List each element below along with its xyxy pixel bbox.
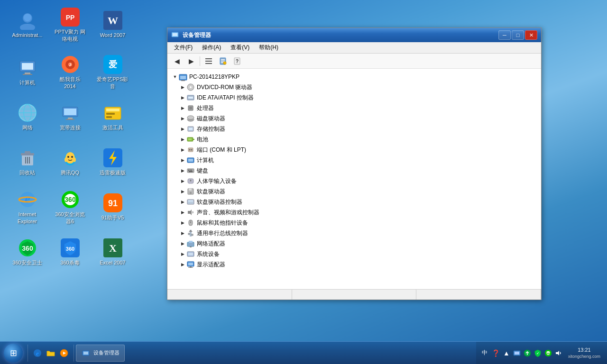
floppy-ctrl-expander[interactable]: ▶	[179, 198, 186, 206]
window-titlebar[interactable]: 设备管理器 ─ □ ✕	[167, 28, 541, 42]
tree-item-pc[interactable]: ▶ 计算机	[169, 155, 539, 165]
tree-item-floppy[interactable]: ▶ 软盘驱动器	[169, 186, 539, 197]
tray-network[interactable]	[512, 348, 522, 358]
desktop-icon-pptv[interactable]: PP PPTV聚力 网络电视	[52, 5, 88, 45]
tree-item-ports[interactable]: ▶ 端口 (COM 和 LPT)	[169, 145, 539, 155]
quick-folder[interactable]	[45, 347, 56, 359]
pc-expander[interactable]: ▶	[179, 156, 186, 164]
maximize-button[interactable]: □	[512, 30, 524, 40]
tree-item-battery[interactable]: ▶ 电池	[169, 134, 539, 145]
tree-item-network[interactable]: ▶ 网络适配器	[169, 238, 539, 249]
mouse-expander[interactable]: ▶	[179, 219, 186, 227]
desktop-icon-thunder[interactable]: 迅雷极速版	[95, 142, 130, 182]
tree-item-disk[interactable]: ▶ 磁盘驱动器	[169, 113, 539, 124]
toolbar-properties[interactable]: !	[216, 55, 230, 67]
tray-clock[interactable]: 13:21 xitongcheng.com	[565, 346, 603, 360]
menu-help[interactable]: 帮助(H)	[254, 43, 283, 53]
tray-360[interactable]: 360	[543, 348, 553, 358]
system-expander[interactable]: ▶	[179, 250, 186, 258]
desktop-icon-activate[interactable]: 激活工具	[95, 97, 130, 137]
display-expander[interactable]: ▶	[179, 261, 186, 268]
tray-shield[interactable]: ✓	[533, 348, 543, 358]
tree-item-floppy-ctrl[interactable]: ▶ 软盘驱动器控制器	[169, 197, 539, 207]
desktop-icon-network[interactable]: 网络	[9, 97, 45, 137]
start-button[interactable]	[0, 342, 27, 364]
tray-question[interactable]: ❓	[491, 348, 501, 358]
battery-icon	[186, 135, 195, 144]
desktop-icon-360browser[interactable]: 360 360安全浏览器6	[52, 187, 88, 228]
recycle-label: 回收站	[19, 169, 35, 176]
desktop-icon-360kill[interactable]: 360 360杀毒	[52, 232, 88, 273]
tray-up-arrow[interactable]: ▲	[502, 348, 511, 358]
minimize-button[interactable]: ─	[498, 30, 511, 40]
menu-file[interactable]: 文件(F)	[169, 43, 197, 53]
tree-root[interactable]: ▼ PC-20141218YPKP	[169, 72, 539, 82]
toolbar-forward[interactable]: ▶	[184, 55, 198, 67]
ports-expander[interactable]: ▶	[179, 146, 186, 154]
close-button[interactable]: ✕	[525, 30, 537, 40]
svg-marker-138	[556, 351, 559, 355]
tree-item-audio[interactable]: ▶ 声音、视频和游戏控制器	[169, 207, 539, 218]
desktop-icon-computer[interactable]: 计算机	[9, 52, 45, 92]
tree-item-system[interactable]: ▶ 系统设备	[169, 249, 539, 259]
dvd-expander[interactable]: ▶	[179, 83, 186, 91]
desktop-icon-excel[interactable]: X Excel 2007	[95, 232, 130, 273]
tray-update[interactable]	[523, 348, 532, 358]
qq-icon	[61, 148, 80, 167]
usb-expander[interactable]: ▶	[179, 229, 186, 237]
cpu-expander[interactable]: ▶	[179, 104, 186, 112]
svg-rect-62	[205, 61, 212, 62]
tree-item-ide[interactable]: ▶ IDE ATA/ATAPI 控制器	[169, 92, 539, 103]
device-tree: ▼ PC-20141218YPKP ▶ DVD/	[167, 69, 541, 289]
taskbar-window-devmgr[interactable]: 设备管理器	[76, 345, 125, 362]
computer-label: 计算机	[19, 79, 35, 86]
tree-item-hid[interactable]: ▶ 人体学输入设备	[169, 176, 539, 186]
svg-rect-120	[188, 253, 193, 255]
network-expander[interactable]: ▶	[179, 240, 186, 247]
taskbar-divider1	[28, 345, 28, 362]
quick-ie[interactable]: e	[32, 347, 43, 359]
desktop-icon-broadband[interactable]: 宽带连接	[52, 97, 88, 137]
floppy-expander[interactable]: ▶	[179, 188, 186, 195]
svg-text:?: ?	[236, 59, 239, 64]
battery-expander[interactable]: ▶	[179, 136, 186, 143]
360safe-icon: 360	[18, 238, 37, 257]
desktop-icon-360safe[interactable]: 360 360安全卫士	[9, 232, 45, 273]
desktop-icon-admin[interactable]: Administrat...	[9, 5, 45, 45]
menu-view[interactable]: 查看(V)	[226, 43, 254, 53]
toolbar-back[interactable]: ◀	[170, 55, 184, 67]
audio-expander[interactable]: ▶	[179, 209, 186, 216]
ide-expander[interactable]: ▶	[179, 94, 186, 101]
svg-text:PP: PP	[65, 14, 74, 21]
tray-lang[interactable]: 中	[480, 349, 489, 357]
toolbar-help[interactable]: ?	[230, 55, 244, 67]
tray-volume[interactable]	[554, 348, 563, 358]
disk-expander[interactable]: ▶	[179, 115, 186, 122]
storage-expander[interactable]: ▶	[179, 125, 186, 133]
svg-point-38	[65, 152, 75, 164]
network-adapter-icon	[186, 239, 195, 248]
desktop-icon-word[interactable]: W Word 2007	[95, 5, 130, 45]
tree-item-storage[interactable]: ▶ 存储控制器	[169, 124, 539, 134]
desktop-icon-music[interactable]: ♪ 酷我音乐2014	[52, 52, 88, 92]
desktop-icon-qq[interactable]: 腾讯QQ	[52, 142, 88, 182]
tree-item-cpu[interactable]: ▶ 处理器	[169, 103, 539, 113]
tree-item-display[interactable]: ▶ 显示适配器	[169, 259, 539, 270]
hid-expander[interactable]: ▶	[179, 177, 186, 185]
svg-point-42	[73, 157, 76, 162]
tree-item-usb[interactable]: ▶ 通用串行总线控制器	[169, 228, 539, 238]
desktop-icon-recycle[interactable]: 回收站	[9, 142, 45, 182]
toolbar-list[interactable]	[202, 55, 215, 67]
tree-item-mouse[interactable]: ▶ 鼠标和其他指针设备	[169, 218, 539, 228]
start-orb[interactable]	[4, 344, 23, 363]
menu-action[interactable]: 操作(A)	[197, 43, 226, 53]
desktop-icon-91[interactable]: 91 91助手V5	[95, 187, 130, 228]
root-expander[interactable]: ▼	[171, 73, 179, 81]
desktop-icon-pps[interactable]: 爱 爱奇艺PPS影音	[95, 52, 130, 92]
tree-item-dvd[interactable]: ▶ DVD/CD-ROM 驱动器	[169, 82, 539, 92]
svg-rect-132	[515, 352, 519, 355]
desktop-icon-ie[interactable]: e Internet Explorer	[9, 187, 45, 228]
tree-item-keyboard[interactable]: ▶ 键盘	[169, 165, 539, 176]
keyboard-expander[interactable]: ▶	[179, 167, 186, 174]
quick-media[interactable]	[58, 347, 70, 359]
